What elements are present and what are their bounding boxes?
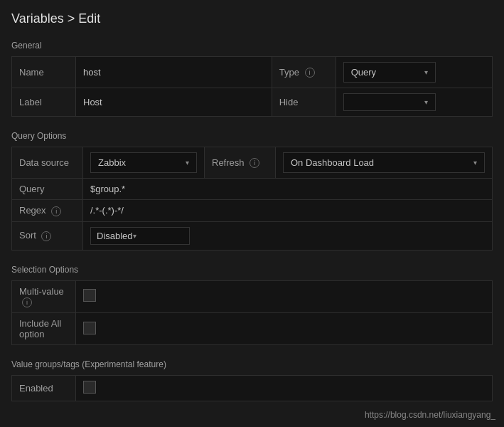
include-all-row: Include All option bbox=[12, 313, 493, 345]
refresh-label-cell: Refresh i bbox=[205, 147, 276, 179]
enabled-value-cell bbox=[76, 376, 493, 401]
type-select[interactable]: Query ▾ bbox=[343, 62, 436, 83]
multivalue-label: Multi-value bbox=[19, 286, 64, 297]
regex-label: Regex bbox=[19, 205, 46, 216]
footer-link: https://blog.csdn.net/liuxiangyang_ bbox=[365, 410, 495, 420]
general-section-label: General bbox=[11, 41, 493, 51]
query-options-section-label: Query Options bbox=[11, 131, 493, 141]
datasource-label: Data source bbox=[12, 147, 83, 179]
include-all-label: Include All option bbox=[12, 313, 76, 345]
label-input[interactable] bbox=[83, 97, 264, 107]
hide-select[interactable]: ▾ bbox=[343, 93, 436, 111]
include-all-value-cell bbox=[76, 313, 493, 345]
value-groups-table: Enabled bbox=[11, 375, 493, 401]
multivalue-label-cell: Multi-value i bbox=[12, 280, 76, 313]
page-title: Variables > Edit bbox=[11, 11, 493, 26]
refresh-label: Refresh bbox=[212, 157, 245, 168]
sort-label: Sort bbox=[19, 230, 36, 241]
general-label-row: Label Hide ▾ bbox=[12, 88, 493, 117]
type-info-icon: i bbox=[305, 68, 315, 78]
sort-label-cell: Sort i bbox=[12, 221, 83, 250]
query-label: Query bbox=[12, 179, 83, 200]
refresh-select[interactable]: On Dashboard Load ▾ bbox=[283, 152, 485, 173]
multivalue-value-cell bbox=[76, 280, 493, 313]
query-input[interactable] bbox=[90, 184, 485, 194]
type-value-cell: Query ▾ bbox=[336, 57, 492, 88]
regex-input[interactable] bbox=[90, 205, 485, 216]
query-value-cell bbox=[83, 179, 493, 200]
type-chevron-icon: ▾ bbox=[424, 68, 428, 76]
sort-select[interactable]: Disabled ▾ bbox=[90, 227, 190, 245]
refresh-info-icon: i bbox=[250, 158, 259, 168]
multivalue-row: Multi-value i bbox=[12, 280, 493, 313]
selection-options-section-label: Selection Options bbox=[11, 265, 493, 275]
refresh-chevron-icon: ▾ bbox=[473, 159, 477, 167]
hide-chevron-icon: ▾ bbox=[424, 98, 428, 106]
hide-value-cell: ▾ bbox=[336, 88, 492, 117]
query-row: Query bbox=[12, 179, 493, 200]
type-label: Type bbox=[279, 67, 299, 78]
label-value-cell bbox=[76, 88, 272, 117]
name-label: Name bbox=[12, 57, 76, 88]
datasource-value: Zabbix bbox=[98, 157, 126, 168]
name-value-cell bbox=[76, 57, 272, 88]
enabled-label: Enabled bbox=[12, 376, 76, 401]
refresh-value: On Dashboard Load bbox=[291, 157, 374, 168]
query-options-table: Data source Zabbix ▾ Refresh i On Dashbo… bbox=[11, 147, 493, 251]
datasource-refresh-row: Data source Zabbix ▾ Refresh i On Dashbo… bbox=[12, 147, 493, 179]
regex-info-icon: i bbox=[51, 206, 61, 216]
value-groups-section-label: Value groups/tags (Experimental feature) bbox=[11, 359, 493, 369]
hide-label: Hide bbox=[272, 88, 336, 117]
datasource-value-cell: Zabbix ▾ bbox=[83, 147, 205, 179]
regex-label-cell: Regex i bbox=[12, 200, 83, 222]
enabled-row: Enabled bbox=[12, 376, 493, 401]
name-input[interactable] bbox=[83, 67, 264, 78]
sort-chevron-icon: ▾ bbox=[133, 232, 136, 240]
general-name-row: Name Type i Query ▾ bbox=[12, 57, 493, 88]
sort-info-icon: i bbox=[41, 231, 51, 241]
datasource-chevron-icon: ▾ bbox=[186, 159, 189, 167]
selection-options-table: Multi-value i Include All option bbox=[11, 280, 493, 346]
general-table: Name Type i Query ▾ Label Hide bbox=[11, 56, 493, 117]
type-label-cell: Type i bbox=[272, 57, 336, 88]
regex-row: Regex i bbox=[12, 200, 493, 222]
sort-value: Disabled bbox=[97, 231, 133, 241]
label-label: Label bbox=[12, 88, 76, 117]
include-all-checkbox[interactable] bbox=[83, 322, 96, 334]
datasource-select[interactable]: Zabbix ▾ bbox=[90, 152, 197, 173]
regex-value-cell bbox=[83, 200, 493, 222]
sort-row: Sort i Disabled ▾ bbox=[12, 221, 493, 250]
enabled-checkbox[interactable] bbox=[83, 381, 96, 394]
refresh-value-cell: On Dashboard Load ▾ bbox=[276, 147, 493, 179]
sort-value-cell: Disabled ▾ bbox=[83, 221, 493, 250]
type-select-value: Query bbox=[351, 67, 376, 78]
multivalue-checkbox[interactable] bbox=[83, 289, 96, 302]
multivalue-info-icon: i bbox=[22, 297, 32, 307]
